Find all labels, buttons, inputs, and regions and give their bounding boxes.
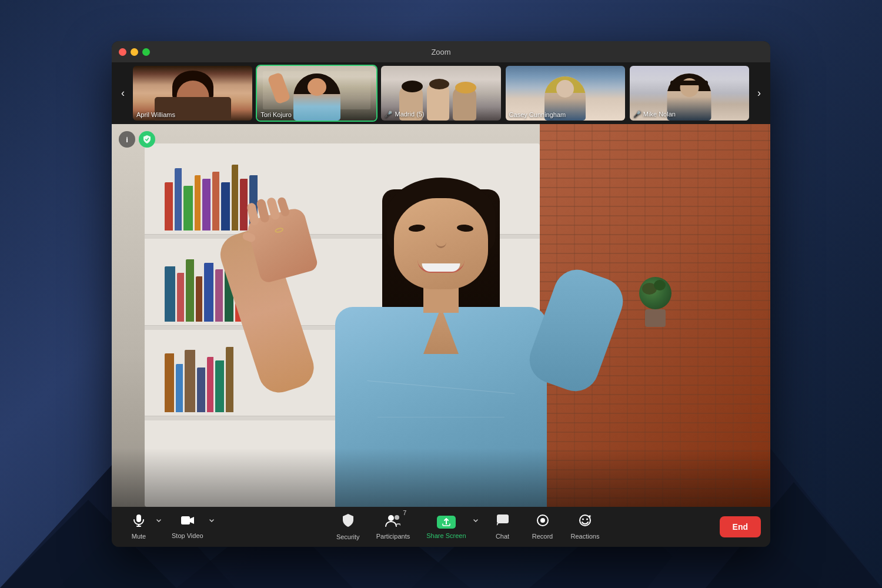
- share-screen-button[interactable]: Share Screen: [420, 511, 472, 543]
- thumbnail-tori[interactable]: Tori Kojuro: [256, 65, 377, 122]
- share-screen-label: Share Screen: [426, 532, 466, 539]
- thumbnail-casey-name: Casey Cunningham: [509, 111, 566, 118]
- participants-strip: ‹ April Williams: [112, 62, 770, 124]
- thumbnail-mike[interactable]: 🎤 Mike Nolan: [629, 65, 750, 122]
- thumbnail-madrid[interactable]: 🎤 Madrid (5): [380, 65, 502, 122]
- plant-decoration: [639, 277, 671, 327]
- security-button[interactable]: Security: [330, 510, 366, 544]
- shield-check-icon: [143, 135, 151, 144]
- traffic-lights: [119, 48, 150, 56]
- video-background: [112, 124, 770, 507]
- video-camera-icon: [181, 514, 195, 530]
- thumbnail-madrid-name: 🎤 Madrid (5): [385, 111, 424, 118]
- reactions-button[interactable]: Reactions: [565, 510, 606, 543]
- thumbnail-tori-name: Tori Kojuro: [260, 111, 292, 118]
- mute-button[interactable]: Mute: [121, 510, 156, 543]
- share-arrow-button[interactable]: [471, 518, 480, 524]
- toolbar-center: Security 7 Participants: [216, 510, 720, 544]
- record-label: Record: [532, 533, 553, 540]
- chat-icon: [496, 514, 509, 530]
- microphone-icon: [132, 514, 145, 530]
- security-icon: [342, 513, 355, 531]
- title-bar: Zoom: [112, 41, 770, 62]
- mute-label: Mute: [132, 533, 146, 540]
- svg-rect-11: [181, 516, 190, 524]
- chat-label: Chat: [496, 533, 509, 540]
- security-label: Security: [336, 533, 360, 540]
- record-icon: [536, 514, 549, 530]
- stop-video-label: Stop Video: [172, 532, 203, 539]
- video-arrow-button[interactable]: [207, 518, 216, 524]
- reactions-icon: [579, 514, 592, 530]
- thumbnail-casey[interactable]: Casey Cunningham: [505, 65, 626, 122]
- info-icon: i: [126, 135, 128, 144]
- svg-point-18: [582, 519, 584, 520]
- chat-button[interactable]: Chat: [485, 510, 520, 543]
- thumbnail-april-name: April Williams: [136, 111, 175, 118]
- main-video-area: i: [112, 124, 770, 507]
- minimize-button[interactable]: [131, 48, 138, 56]
- participants-icon: 7: [385, 514, 400, 530]
- svg-point-12: [388, 515, 394, 521]
- participants-button[interactable]: 7 Participants: [370, 510, 416, 543]
- info-overlay: i: [119, 131, 155, 148]
- svg-rect-14: [497, 514, 509, 523]
- share-screen-icon: [437, 514, 456, 530]
- prev-nav-button[interactable]: ‹: [114, 62, 132, 124]
- participants-count: 7: [403, 509, 406, 516]
- next-nav-button[interactable]: ›: [750, 62, 768, 124]
- stop-video-button[interactable]: Stop Video: [166, 511, 209, 543]
- thumbnail-mike-name: 🎤 Mike Nolan: [633, 111, 676, 118]
- participants-label: Participants: [376, 533, 410, 540]
- mute-arrow-button[interactable]: [154, 518, 163, 524]
- svg-rect-8: [136, 514, 141, 522]
- maximize-button[interactable]: [142, 48, 150, 56]
- toolbar-left: Mute Stop Video: [121, 510, 216, 543]
- svg-point-19: [586, 519, 588, 520]
- record-button[interactable]: Record: [525, 510, 560, 543]
- zoom-window: Zoom ‹ April Williams: [112, 41, 770, 547]
- info-button[interactable]: i: [119, 131, 135, 148]
- end-button[interactable]: End: [720, 516, 761, 537]
- thumbnails-container: April Williams: [132, 62, 750, 124]
- window-title: Zoom: [431, 48, 450, 56]
- close-button[interactable]: [119, 48, 126, 56]
- security-badge-button[interactable]: [139, 131, 155, 148]
- reactions-label: Reactions: [571, 533, 600, 540]
- thumbnail-april[interactable]: April Williams: [132, 65, 253, 122]
- toolbar: Mute Stop Video: [112, 507, 770, 547]
- bottom-gradient: [112, 448, 770, 507]
- svg-point-16: [540, 518, 545, 523]
- toolbar-right: End: [720, 516, 761, 537]
- svg-point-13: [395, 515, 399, 520]
